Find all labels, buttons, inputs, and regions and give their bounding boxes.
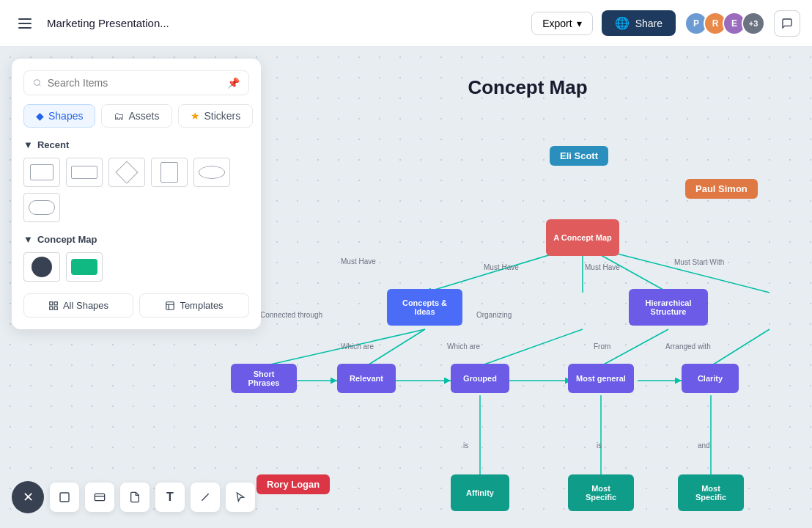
shape-ellipse[interactable] [193,158,230,187]
svg-line-14 [366,329,425,366]
node-grouped[interactable]: Grouped [451,364,509,393]
tab-bar: ◆ Shapes 🗂 Assets ★ Stickers [23,104,249,128]
node-concepts-ideas[interactable]: Concepts & Ideas [387,289,462,326]
tool-pointer[interactable] [226,483,255,512]
note-tool-icon [129,491,141,503]
concept-map-shapes-grid [23,252,249,282]
comment-button[interactable] [774,10,800,37]
edge-label-which-are-1: Which are [341,342,374,351]
map-title: Concept Map [264,76,791,99]
text-tool-icon: T [166,491,174,504]
edge-label-is-2: is [597,441,602,450]
assets-icon: 🗂 [114,110,124,122]
template-icon [165,301,175,311]
svg-rect-26 [95,494,104,500]
menu-button[interactable] [12,10,38,37]
shape-stadium[interactable] [23,193,60,222]
svg-rect-8 [166,301,174,309]
all-shapes-button[interactable]: All Shapes [23,293,133,318]
pointer-tool-icon [235,491,246,503]
edge-label-connected: Connected through [260,311,322,319]
tab-stickers[interactable]: ★ Stickers [178,104,254,128]
svg-rect-7 [54,307,57,309]
svg-rect-6 [50,307,53,309]
tool-card[interactable] [85,483,114,512]
node-most-specific-1[interactable]: Most Specific [568,474,634,511]
edge-label-and: and [698,441,710,450]
edge-label-organizing: Organizing [476,311,512,319]
tool-text[interactable]: T [155,483,185,512]
svg-rect-2 [18,27,32,29]
pin-button[interactable]: 📌 [227,77,240,89]
svg-rect-4 [50,301,53,304]
collaborator-avatars: P R E +3 [684,12,765,35]
search-icon [33,78,42,88]
node-most-specific-2[interactable]: Most Specific [678,474,744,511]
edge-label-arranged: Arranged with [665,342,711,351]
svg-line-16 [601,329,668,366]
panel-footer: All Shapes Templates [23,293,249,318]
header: Marketing Presentation... Export ▾ 🌐 Sha… [0,0,812,47]
globe-icon: 🌐 [615,16,630,30]
edge-label-must-have-3: Must Have [585,263,620,271]
concept-shape-teal[interactable] [66,252,103,282]
search-bar: 📌 [23,70,249,95]
tool-note[interactable] [120,483,150,512]
node-hierarchical[interactable]: Hierarchical Structure [629,289,708,326]
edge-label-is-1: is [463,441,468,450]
svg-rect-1 [18,23,32,24]
recent-section-header[interactable]: ▼ Recent [23,139,249,150]
star-icon: ★ [191,110,200,122]
chevron-down-icon: ▼ [23,234,33,245]
tab-assets[interactable]: 🗂 Assets [101,104,171,128]
node-clarity[interactable]: Clarity [682,364,739,393]
name-tag-paul[interactable]: Paul Simon [685,179,758,199]
search-input[interactable] [48,77,221,89]
svg-rect-5 [54,301,57,304]
svg-line-28 [202,494,208,500]
node-affinity[interactable]: Affinity [451,474,509,511]
concept-map: Concept Map [220,76,791,516]
line-tool-icon [199,491,211,503]
concept-shape-dark[interactable] [23,252,60,282]
node-relevant[interactable]: Relevant [337,364,396,393]
shapes-panel: 📌 ◆ Shapes 🗂 Assets ★ Stickers ▼ Recent … [12,59,261,329]
close-panel-button[interactable]: ✕ [12,481,44,513]
tool-line[interactable] [191,483,220,512]
document-title: Marketing Presentation... [47,17,523,29]
svg-point-3 [34,80,40,86]
bottom-toolbar: ✕ T [12,481,255,513]
tool-rectangle[interactable] [50,483,79,512]
svg-line-17 [711,329,769,366]
svg-line-15 [480,329,583,366]
concept-map-section-header[interactable]: ▼ Concept Map [23,234,249,245]
shape-rectangle[interactable] [23,158,60,187]
tab-shapes[interactable]: ◆ Shapes [23,104,95,128]
shape-diamond[interactable] [108,158,145,187]
close-icon: ✕ [23,489,34,505]
chevron-down-icon: ▾ [577,18,582,29]
diamond-icon: ◆ [36,110,44,122]
shape-document[interactable] [151,158,188,187]
recent-shapes-grid [23,158,249,222]
templates-button[interactable]: Templates [139,293,249,318]
node-short-phrases[interactable]: Short Phrases [231,364,297,393]
edge-label-must-start: Must Start With [674,258,724,266]
edge-label-which-are-2: Which are [447,342,480,351]
avatar-count[interactable]: +3 [742,12,765,35]
edge-label-from: From [594,342,610,351]
name-tag-eli[interactable]: Eli Scott [550,146,608,166]
svg-rect-0 [18,18,32,20]
shape-rectangle-wide[interactable] [66,158,103,187]
svg-rect-25 [60,493,69,502]
edge-label-must-have-2: Must Have [484,263,519,271]
node-most-general[interactable]: Most general [568,364,634,393]
share-button[interactable]: 🌐 Share [602,10,676,36]
chevron-down-icon: ▼ [23,139,33,150]
rectangle-tool-icon [59,491,70,503]
edge-label-must-have-1: Must Have [341,257,376,265]
name-tag-rory[interactable]: Rory Logan [256,474,330,494]
node-a-concept-map[interactable]: A Concept Map [546,219,619,256]
export-button[interactable]: Export ▾ [531,12,592,35]
card-tool-icon [94,491,106,503]
